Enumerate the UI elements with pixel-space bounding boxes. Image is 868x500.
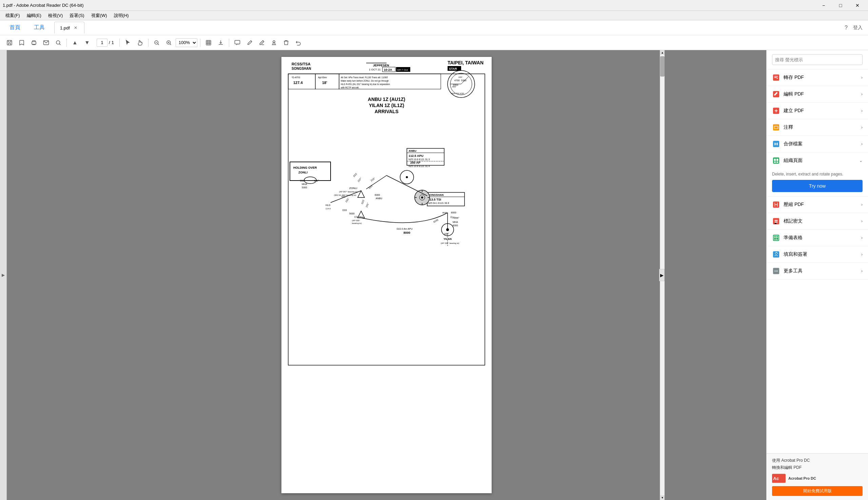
- svg-text:051°: 051°: [342, 195, 346, 198]
- menu-file[interactable]: 檔案(F): [3, 12, 23, 19]
- right-panel-search-area: [767, 50, 868, 69]
- promo-text-2: 轉換和編輯 PDF: [772, 465, 863, 470]
- toolbar-separator-1: [66, 38, 67, 47]
- prev-page-button[interactable]: ▲: [69, 37, 80, 48]
- delete-tool-button[interactable]: [281, 37, 292, 48]
- svg-text:HLG R-051 (HL 231° bearing to): HLG R-051 (HL 231° bearing to) due to se…: [341, 83, 390, 86]
- section-protect: 標記密文 ›: [767, 213, 868, 230]
- bookmark-button[interactable]: [16, 37, 27, 48]
- svg-rect-128: [777, 159, 779, 161]
- window-controls: − □ ✕: [816, 0, 865, 11]
- menu-window[interactable]: 視窗(W): [89, 12, 110, 19]
- nav-help-icon[interactable]: ?: [845, 25, 848, 31]
- minimize-button[interactable]: −: [816, 0, 831, 11]
- section-convert-pdf-label: 轉存 PDF: [783, 75, 804, 81]
- zoom-in-button[interactable]: [164, 37, 174, 48]
- zoom-select[interactable]: 100% 50% 75% 125% 150% 200%: [176, 38, 197, 47]
- highlight-tool-button[interactable]: [244, 37, 255, 48]
- svg-text:ZONLI: ZONLI: [349, 187, 357, 190]
- svg-text:231°: 231°: [314, 180, 319, 182]
- svg-text:245°: 245°: [458, 76, 463, 78]
- section-organize-header[interactable]: 組織頁面 ⌄: [767, 152, 868, 169]
- svg-text:5000: 5000: [302, 186, 307, 189]
- print-button[interactable]: [29, 37, 39, 48]
- left-panel-toggle[interactable]: ▶: [0, 50, 7, 500]
- svg-text:114.0: 114.0: [325, 208, 331, 210]
- section-table: 準備表格 ›: [767, 230, 868, 246]
- menu-edit[interactable]: 編輯(E): [24, 12, 44, 19]
- svg-text:RCSS/TSA: RCSS/TSA: [292, 62, 311, 66]
- section-convert-pdf-header[interactable]: 轉存 PDF ›: [767, 69, 868, 86]
- comment-tool-button[interactable]: [232, 37, 243, 48]
- svg-text:*D-ATIS: *D-ATIS: [292, 76, 300, 79]
- try-now-button[interactable]: Try now: [772, 180, 863, 192]
- highlight-search-input[interactable]: [772, 54, 863, 65]
- tab-close-button[interactable]: ✕: [73, 25, 79, 31]
- section-table-header[interactable]: 準備表格 ›: [767, 230, 868, 246]
- redact-tool-button[interactable]: [256, 37, 267, 48]
- current-page-input[interactable]: [97, 38, 108, 47]
- free-trial-button[interactable]: 開始免費試用版: [772, 486, 863, 496]
- stamp-tool-button[interactable]: [268, 37, 279, 48]
- select-tool-button[interactable]: [122, 37, 133, 48]
- pdf-content-svg: RCSS/TSA SONGSHAN JEPPESEN 1 OCT 21 10-2…: [281, 57, 492, 368]
- maximize-button[interactable]: □: [833, 0, 848, 11]
- svg-text:ANBU: ANBU: [376, 197, 382, 200]
- section-compress-header[interactable]: 壓縮 PDF ›: [767, 196, 868, 213]
- svg-text:STAR: STAR: [449, 67, 457, 70]
- fit-page-button[interactable]: [203, 37, 214, 48]
- svg-text:ANBU 1Z (AU1Z): ANBU 1Z (AU1Z): [368, 96, 405, 102]
- section-comment-header[interactable]: 注釋 ›: [767, 119, 868, 136]
- toolbar-separator-3: [148, 38, 148, 47]
- section-merge-header[interactable]: 合併檔案 ›: [767, 136, 868, 152]
- promo-product-name: Acrobat Pro DC: [788, 476, 816, 480]
- page-nav: / 1: [97, 38, 114, 47]
- search-button[interactable]: [53, 37, 64, 48]
- svg-text:Eff 7 Oct: Eff 7 Oct: [397, 68, 408, 71]
- download-button[interactable]: [215, 37, 226, 48]
- section-edit-pdf-header[interactable]: 編輯 PDF ›: [767, 86, 868, 102]
- nav-login[interactable]: 登入: [853, 25, 863, 31]
- section-more-tools-header[interactable]: 更多工具 ›: [767, 263, 868, 279]
- nav-home[interactable]: 首頁: [5, 21, 24, 34]
- close-button[interactable]: ✕: [850, 0, 865, 11]
- scroll-up-button[interactable]: ▲: [660, 50, 665, 55]
- tab-bar: 1.pdf ✕: [54, 22, 839, 34]
- email-button[interactable]: [41, 37, 52, 48]
- section-fill-sign-header[interactable]: 填寫和簽署 ›: [767, 246, 868, 262]
- svg-text:Make early turn before ZONLI. : Make early turn before ZONLI. Do not go …: [341, 80, 389, 82]
- section-protect-header[interactable]: 標記密文 ›: [767, 213, 868, 229]
- svg-text:D22.0 Arc APU: D22.0 Arc APU: [397, 228, 413, 230]
- convert-pdf-chevron-icon: ›: [861, 75, 863, 80]
- svg-rect-129: [774, 162, 776, 163]
- svg-text:250 AP: 250 AP: [410, 161, 421, 164]
- comment-chevron-icon: ›: [861, 125, 863, 130]
- hand-tool-button[interactable]: [135, 37, 145, 48]
- scroll-thumb[interactable]: [660, 56, 665, 77]
- menu-sign[interactable]: 簽署(S): [67, 12, 87, 19]
- merge-chevron-icon: ›: [861, 141, 863, 146]
- svg-rect-133: [775, 220, 778, 221]
- svg-rect-6: [206, 40, 211, 45]
- tab-pdf[interactable]: 1.pdf ✕: [54, 22, 85, 34]
- section-merge: 合併檔案 ›: [767, 136, 868, 152]
- section-organize-title: 組織頁面: [772, 157, 803, 164]
- section-fill-sign-label: 填寫和簽署: [783, 251, 807, 258]
- comment-icon: [772, 123, 780, 132]
- section-create-pdf-header[interactable]: 建立 PDF ›: [767, 103, 868, 119]
- svg-rect-126: [773, 158, 779, 163]
- save-button[interactable]: [4, 37, 15, 48]
- section-create-pdf: 建立 PDF ›: [767, 103, 868, 119]
- svg-text:5300: 5300: [461, 79, 467, 82]
- next-page-button[interactable]: ▼: [82, 37, 92, 48]
- menu-view[interactable]: 檢視(V): [45, 12, 65, 19]
- nav-tools[interactable]: 工具: [30, 21, 49, 34]
- right-panel-toggle[interactable]: ▶: [659, 269, 665, 281]
- zoom-out-button[interactable]: [151, 37, 162, 48]
- section-edit-pdf-label: 編輯 PDF: [783, 91, 804, 97]
- undo-button[interactable]: [293, 37, 304, 48]
- scroll-down-button[interactable]: ▼: [660, 495, 665, 500]
- pdf-viewer[interactable]: RCSS/TSA SONGSHAN JEPPESEN 1 OCT 21 10-2…: [7, 50, 766, 500]
- menu-help[interactable]: 說明(H): [111, 12, 132, 19]
- svg-text:5000: 5000: [349, 213, 355, 215]
